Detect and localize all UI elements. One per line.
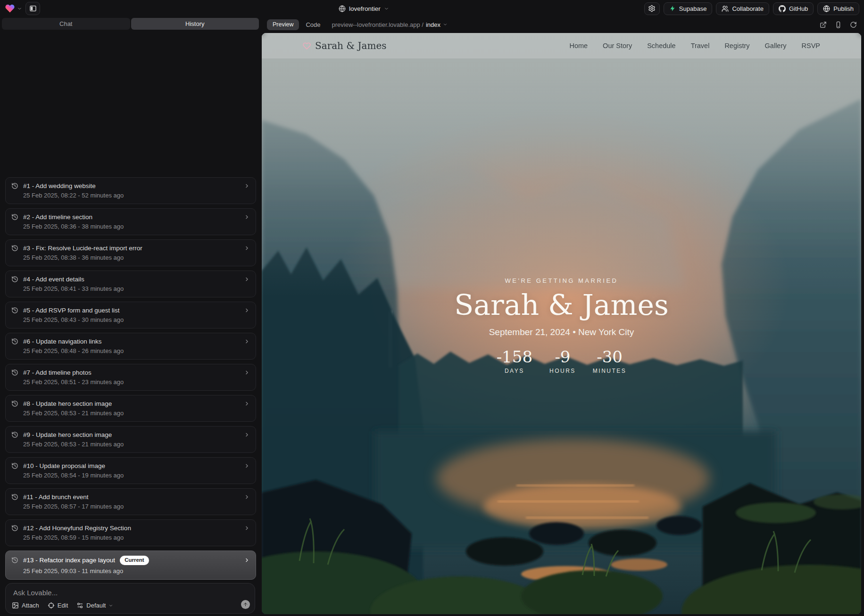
history-item[interactable]: #5 - Add RSVP form and guest list 25 Feb…: [5, 302, 256, 329]
mobile-view-icon: [835, 21, 842, 28]
collaborate-icon: [722, 5, 729, 12]
preview-viewport: Sarah & James Home Our Story Schedule Tr…: [262, 33, 861, 614]
history-item[interactable]: #13 - Refactor index page layout Current…: [5, 550, 256, 580]
history-icon: [11, 276, 18, 283]
supabase-button[interactable]: Supabase: [664, 2, 713, 15]
edit-crosshair-icon: [48, 602, 55, 609]
sidebar: Chat History #1 - Add wedding website: [0, 17, 261, 616]
history-item[interactable]: #7 - Add timeline photos 25 Feb 2025, 08…: [5, 364, 256, 391]
publish-button[interactable]: Publish: [817, 2, 859, 15]
history-item-title: #6 - Update navigation links: [23, 338, 102, 345]
supabase-label: Supabase: [679, 5, 707, 12]
history-icon: [11, 214, 18, 221]
project-name: lovefrontier: [349, 5, 381, 12]
history-item[interactable]: #12 - Add Honeyfund Registry Section 25 …: [5, 519, 256, 546]
lovable-logo-menu-button[interactable]: [5, 3, 22, 14]
hero-date-location: September 21, 2024 • New York City: [489, 327, 634, 337]
history-item[interactable]: #8 - Update hero section image 25 Feb 20…: [5, 395, 256, 422]
tab-code[interactable]: Code: [301, 21, 325, 28]
composer: Attach Edit Default: [5, 583, 255, 614]
attach-button[interactable]: Attach: [12, 602, 39, 609]
chevron-right-icon: [244, 276, 250, 282]
collaborate-label: Collaborate: [732, 5, 764, 12]
project-selector[interactable]: lovefrontier: [336, 0, 392, 17]
tab-history[interactable]: History: [131, 18, 259, 30]
history-item-title: #9 - Update hero section image: [23, 431, 112, 438]
history-item-title: #10 - Update proposal image: [23, 462, 105, 469]
collaborate-button[interactable]: Collaborate: [716, 2, 769, 15]
settings-button[interactable]: [644, 2, 660, 15]
history-list: #1 - Add wedding website 25 Feb 2025, 08…: [5, 177, 256, 580]
history-item-row: #6 - Update navigation links: [11, 338, 250, 345]
open-in-new-tab-button[interactable]: [820, 21, 827, 28]
history-item[interactable]: #10 - Update proposal image 25 Feb 2025,…: [5, 457, 256, 484]
project-globe-icon: [339, 5, 346, 12]
history-icon: [11, 338, 18, 345]
history-item[interactable]: #11 - Add brunch event 25 Feb 2025, 08:5…: [5, 488, 256, 515]
preview-url-selector[interactable]: preview--lovefrontier.lovable.app / inde…: [332, 21, 448, 28]
hero-eyebrow: WE'RE GETTING MARRIED: [505, 277, 618, 284]
composer-actions: Attach Edit Default: [12, 602, 113, 609]
send-arrow-icon: [243, 602, 248, 607]
chevron-right-icon: [244, 401, 250, 407]
nav-link[interactable]: Registry: [724, 42, 749, 49]
history-item-timestamp: 25 Feb 2025, 08:43 - 30 minutes ago: [23, 316, 250, 323]
open-external-icon: [820, 21, 827, 28]
history-item[interactable]: #6 - Update navigation links 25 Feb 2025…: [5, 333, 256, 360]
history-item-timestamp: 25 Feb 2025, 08:53 - 21 minutes ago: [23, 441, 250, 448]
hero-title: Sarah & James: [454, 289, 669, 321]
history-item-timestamp: 25 Feb 2025, 08:22 - 52 minutes ago: [23, 192, 250, 199]
refresh-button[interactable]: [850, 21, 857, 28]
history-item-row: #4 - Add event details: [11, 276, 250, 283]
preview-url-page: index: [426, 21, 440, 28]
nav-link[interactable]: Our Story: [603, 42, 632, 49]
history-icon: [11, 462, 18, 469]
github-button[interactable]: GitHub: [773, 2, 814, 15]
model-mode-selector[interactable]: Default: [76, 602, 113, 609]
nav-link[interactable]: Schedule: [647, 42, 675, 49]
mobile-view-button[interactable]: [835, 21, 842, 28]
countdown-value: -158: [497, 349, 532, 366]
chevron-down-icon: [384, 6, 389, 11]
history-item[interactable]: #2 - Add timeline section 25 Feb 2025, 0…: [5, 208, 256, 235]
history-item-timestamp: 25 Feb 2025, 08:41 - 33 minutes ago: [23, 285, 250, 292]
history-item-row: #12 - Add Honeyfund Registry Section: [11, 525, 250, 532]
history-item-row: #5 - Add RSVP form and guest list: [11, 307, 250, 314]
publish-label: Publish: [833, 5, 854, 12]
send-button[interactable]: [241, 600, 250, 609]
topbar-left: [5, 0, 40, 17]
site-heart-icon: [303, 42, 311, 50]
lovable-heart-icon: [5, 3, 15, 14]
lovable-app-window: lovefrontier Supabase Collaborate: [0, 0, 864, 616]
edit-mode-button[interactable]: Edit: [48, 602, 68, 609]
site-brand[interactable]: Sarah & James: [303, 40, 387, 51]
countdown-item: -30 MINUTES: [593, 349, 627, 374]
history-item[interactable]: #1 - Add wedding website 25 Feb 2025, 08…: [5, 177, 256, 204]
history-item[interactable]: #3 - Fix: Resolve Lucide-react import er…: [5, 239, 256, 266]
toggle-sidebar-button[interactable]: [25, 2, 40, 15]
history-item[interactable]: #9 - Update hero section image 25 Feb 20…: [5, 426, 256, 453]
nav-link[interactable]: Travel: [691, 42, 710, 49]
topbar: lovefrontier Supabase Collaborate: [0, 0, 864, 17]
history-icon: [11, 369, 18, 376]
history-item-timestamp: 25 Feb 2025, 09:03 - 11 minutes ago: [23, 567, 250, 575]
history-item-title: #7 - Add timeline photos: [23, 369, 91, 376]
ask-lovable-input[interactable]: [12, 588, 229, 600]
history-item-row: #3 - Fix: Resolve Lucide-react import er…: [11, 245, 250, 252]
chevron-right-icon: [244, 183, 250, 189]
attach-label: Attach: [22, 602, 39, 609]
chevron-right-icon: [244, 463, 250, 469]
sidebar-tabs: Chat History: [2, 18, 259, 30]
history-item[interactable]: #4 - Add event details 25 Feb 2025, 08:4…: [5, 271, 256, 297]
nav-link[interactable]: RSVP: [802, 42, 821, 49]
tab-preview[interactable]: Preview: [267, 19, 299, 30]
preview-tools: [820, 21, 857, 28]
tab-chat[interactable]: Chat: [2, 18, 130, 30]
attach-image-icon: [12, 602, 19, 609]
mode-sliders-icon: [76, 602, 83, 609]
history-item-title: #8 - Update hero section image: [23, 400, 112, 407]
chevron-down-icon: [17, 6, 22, 11]
nav-link[interactable]: Gallery: [765, 42, 787, 49]
nav-link[interactable]: Home: [569, 42, 588, 49]
hero-section: WE'RE GETTING MARRIED Sarah & James Sept…: [262, 277, 861, 374]
